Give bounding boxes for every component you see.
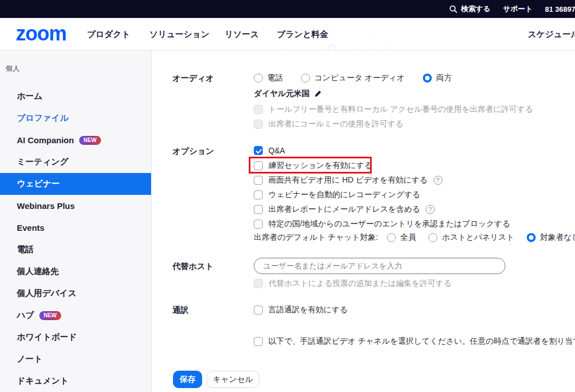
search-link[interactable]: 検索する [449,4,491,14]
new-badge: NEW [79,136,101,145]
phone-number[interactable]: 81 368973 [545,5,575,13]
chat-target-everyone[interactable]: 全員 [387,233,416,243]
radio-both[interactable] [423,74,432,83]
option-qa: Q&A [254,146,285,155]
main-navbar: zoom プロダクト ソリューション リソース プランと料金 スケジュール [0,18,575,51]
qa-checkbox[interactable] [254,146,263,155]
edit-pencil-icon[interactable] [314,90,322,98]
nav-schedule[interactable]: スケジュール [528,29,575,40]
top-utility-bar: 検索する サポート 81 368973 [0,0,575,18]
sidebar-item-webinars[interactable]: ウェビナー [0,173,151,195]
chat-target-label: 出席者のデフォルト チャット対象: [254,233,378,243]
audio-section-label: オーディオ [172,73,214,84]
nav-solutions[interactable]: ソリューション [149,29,209,40]
sign-language-option: 以下で、手話通訳ビデオ チャネルを選択してください。任意の時点で通訳者を割り当て… [254,336,575,347]
alt-host-poll-checkbox [254,279,263,288]
audio-tollfree-option: トールフリー番号と有料ローカル アクセル番号の使用を出席者に許可する [254,104,533,115]
dial-in-country: ダイヤル元米国 [254,89,322,99]
save-button[interactable]: 保存 [173,371,202,388]
sidebar-item-docs[interactable]: ドキュメント [0,370,151,392]
new-badge: NEW [39,311,61,320]
sidebar-item-meetings[interactable]: ミーティング [0,151,151,173]
support-link[interactable]: サポート [503,4,533,14]
language-interpretation-option: 言語通訳を有効にする [254,305,348,315]
nav-plans-pricing[interactable]: プランと料金 [277,29,328,40]
hd-video-checkbox[interactable] [254,176,263,185]
email-report-checkbox[interactable] [254,205,263,214]
radio-everyone[interactable] [387,233,396,242]
nav-resources[interactable]: リソース [225,29,259,40]
zoom-logo[interactable]: zoom [16,23,66,44]
option-auto-record: ウェビナーを自動的にレコーディングする [254,190,421,200]
sidebar-item-hub[interactable]: ハブNEW [0,304,151,326]
sidebar: 個人 ホーム プロファイル AI CompanionNEW ミーティング ウェビ… [0,51,152,392]
sidebar-item-profile[interactable]: プロファイル [0,107,151,129]
sidebar-item-notes[interactable]: ノート [0,348,151,370]
audio-callme-option: 出席者にコールミーの使用を許可する [254,119,404,129]
sidebar-item-contacts[interactable]: 個人連絡先 [0,261,151,282]
option-geo-block: 特定の国/地域からのユーザーのエントリを承認またはブロックする [254,219,510,229]
option-hd-video: 画面共有ビデオ用に HD ビデオを有効にする ? [254,175,442,185]
chat-target-row: 出席者のデフォルト チャット対象: 全員 ホストとパネリスト 対象者なし [254,233,575,243]
nav-products[interactable]: プロダクト [87,29,130,40]
search-icon [449,5,458,13]
option-email-report: 出席者レポートにメールアドレスを含める ? [254,204,435,215]
chat-target-no-one[interactable]: 対象者なし [527,233,575,243]
help-icon[interactable]: ? [426,205,435,214]
audio-option-both[interactable]: 両方 [423,73,452,83]
radio-phone[interactable] [254,74,263,83]
sidebar-section-personal: 個人 [0,51,151,85]
support-label: サポート [503,4,533,14]
language-interpretation-checkbox[interactable] [254,306,263,314]
sidebar-item-ai-companion[interactable]: AI CompanionNEW [0,129,151,151]
sidebar-item-events[interactable]: Events [0,217,151,239]
callme-checkbox [254,120,263,129]
highlight-box [249,157,372,174]
interpretation-section-label: 通訳 [172,305,189,316]
audio-option-computer[interactable]: コンピュータ オーディオ [301,73,405,83]
sidebar-item-phone[interactable]: 電話 [0,239,151,261]
sidebar-item-whiteboard[interactable]: ホワイトボード [0,326,151,348]
radio-computer-audio[interactable] [301,74,310,83]
chat-target-hosts-panelists[interactable]: ホストとパネリスト [428,233,514,243]
geo-block-checkbox[interactable] [254,220,263,229]
sidebar-item-webinars-plus[interactable]: Webinars Plus [0,195,151,217]
options-section-label: オプション [172,146,214,157]
sign-language-checkbox[interactable] [254,337,263,346]
search-label: 検索する [461,4,491,14]
audio-radio-group: 電話 コンピュータ オーディオ 両方 [254,73,464,83]
alt-host-section-label: 代替ホスト [172,261,214,272]
radio-no-one[interactable] [527,233,536,242]
help-icon[interactable]: ? [433,176,442,185]
alt-host-poll-option: 代替ホストによる投票の追加または編集を許可する [254,279,451,289]
cancel-button[interactable]: キャンセル [207,371,259,388]
tollfree-checkbox [254,105,263,114]
audio-option-phone[interactable]: 電話 [254,73,283,83]
webinar-settings-form: オーディオ 電話 コンピュータ オーディオ 両方 ダイヤル元米国 トールフリー番… [152,51,575,392]
sidebar-item-devices[interactable]: 個人用デバイス [0,282,151,304]
auto-record-checkbox[interactable] [254,190,263,199]
alt-host-input[interactable] [254,258,505,274]
radio-hosts-panelists[interactable] [428,233,437,242]
sidebar-item-home[interactable]: ホーム [0,85,151,107]
